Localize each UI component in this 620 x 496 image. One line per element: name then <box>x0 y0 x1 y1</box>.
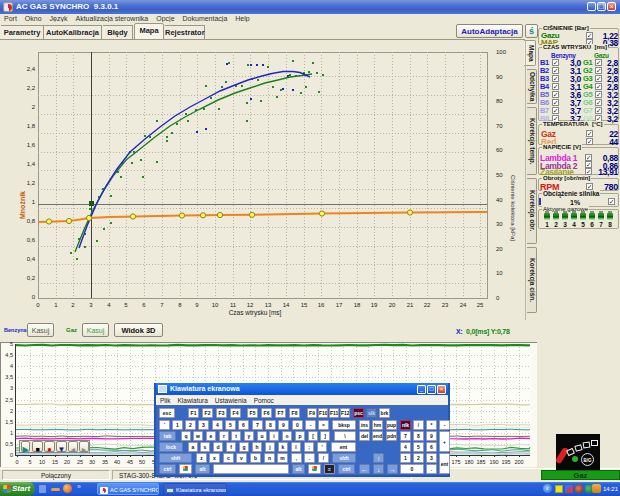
svg-text:20: 20 <box>389 302 396 308</box>
svg-text:0: 0 <box>15 459 18 465</box>
svg-text:180: 180 <box>464 459 473 465</box>
svg-text:0,5: 0,5 <box>5 441 13 447</box>
svg-text:23: 23 <box>442 302 449 308</box>
svg-text:90: 90 <box>496 74 503 80</box>
svg-text:20: 20 <box>64 459 70 465</box>
svg-text:70: 70 <box>496 123 503 129</box>
svg-text:16: 16 <box>318 302 325 308</box>
svg-text:100: 100 <box>496 49 507 55</box>
svg-text:5: 5 <box>10 342 13 347</box>
svg-text:14: 14 <box>283 302 290 308</box>
svg-text:60: 60 <box>496 147 503 153</box>
svg-text:15: 15 <box>52 459 58 465</box>
svg-text:Ciśnienie kolektora [kPa]: Ciśnienie kolektora [kPa] <box>510 175 516 241</box>
svg-text:10: 10 <box>496 270 503 276</box>
svg-text:0,2: 0,2 <box>27 275 36 281</box>
svg-text:17: 17 <box>336 302 343 308</box>
svg-text:22: 22 <box>424 302 431 308</box>
svg-text:0,8: 0,8 <box>27 218 36 224</box>
svg-text:3,5: 3,5 <box>5 374 13 380</box>
svg-text:25: 25 <box>477 302 484 308</box>
svg-text:2,4: 2,4 <box>27 66 36 72</box>
svg-text:21: 21 <box>407 302 414 308</box>
svg-text:4: 4 <box>10 363 13 369</box>
svg-text:190: 190 <box>489 459 498 465</box>
svg-text:2,2: 2,2 <box>27 85 36 91</box>
svg-text:15: 15 <box>301 302 308 308</box>
svg-text:50: 50 <box>496 172 503 178</box>
svg-text:1,6: 1,6 <box>27 142 36 148</box>
svg-text:175: 175 <box>451 459 460 465</box>
svg-text:12: 12 <box>247 302 254 308</box>
svg-text:50: 50 <box>139 459 145 465</box>
svg-text:18: 18 <box>354 302 361 308</box>
svg-text:195: 195 <box>501 459 510 465</box>
svg-text:Mnożnik: Mnożnik <box>19 191 26 219</box>
svg-text:13: 13 <box>265 302 272 308</box>
svg-text:35: 35 <box>102 459 108 465</box>
svg-text:11: 11 <box>230 302 237 308</box>
svg-text:25: 25 <box>77 459 83 465</box>
svg-text:10: 10 <box>39 459 45 465</box>
svg-text:3: 3 <box>10 385 13 391</box>
svg-text:80: 80 <box>496 98 503 104</box>
svg-text:0,6: 0,6 <box>27 237 36 243</box>
svg-text:24: 24 <box>460 302 467 308</box>
svg-text:200: 200 <box>514 459 523 465</box>
svg-text:30: 30 <box>89 459 95 465</box>
svg-text:Czas wtrysku [ms]: Czas wtrysku [ms] <box>229 309 282 317</box>
svg-text:1: 1 <box>10 430 13 436</box>
svg-text:40: 40 <box>114 459 120 465</box>
svg-text:1,2: 1,2 <box>27 180 36 186</box>
svg-text:10: 10 <box>212 302 219 308</box>
svg-text:1,8: 1,8 <box>27 123 36 129</box>
svg-text:2,5: 2,5 <box>5 397 13 403</box>
svg-text:19: 19 <box>371 302 378 308</box>
svg-text:2: 2 <box>10 408 13 414</box>
svg-text:0: 0 <box>10 452 13 458</box>
svg-text:30: 30 <box>496 221 503 227</box>
svg-text:40: 40 <box>496 197 503 203</box>
svg-text:20: 20 <box>496 246 503 252</box>
svg-text:185: 185 <box>476 459 485 465</box>
svg-text:0,4: 0,4 <box>27 256 36 262</box>
svg-text:45: 45 <box>127 459 133 465</box>
svg-text:1,5: 1,5 <box>5 419 13 425</box>
svg-text:1,4: 1,4 <box>27 161 36 167</box>
svg-text:4,5: 4,5 <box>5 352 13 358</box>
svg-text:5: 5 <box>28 459 31 465</box>
